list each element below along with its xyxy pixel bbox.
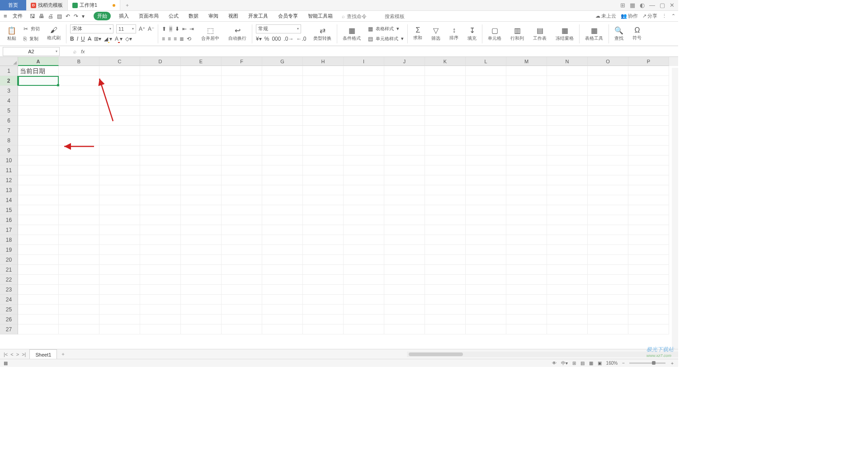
sheet-prev-icon[interactable]: < xyxy=(10,352,13,357)
row-header-14[interactable]: 14 xyxy=(0,195,18,205)
cell-K16[interactable] xyxy=(425,215,466,225)
cell-A17[interactable] xyxy=(18,225,59,235)
cell-F27[interactable] xyxy=(222,324,262,334)
search-template-input[interactable] xyxy=(385,14,421,19)
cell-H7[interactable] xyxy=(303,126,344,136)
cell-M2[interactable] xyxy=(506,76,547,86)
cell-J21[interactable] xyxy=(384,265,425,275)
column-header-A[interactable]: A xyxy=(18,57,59,66)
cell-F8[interactable] xyxy=(222,136,262,146)
view-normal-icon[interactable]: ⊞ xyxy=(572,361,576,366)
cell-C13[interactable] xyxy=(99,185,140,195)
cell-E21[interactable] xyxy=(181,265,222,275)
column-header-N[interactable]: N xyxy=(547,57,588,66)
currency-icon[interactable]: ¥▾ xyxy=(256,36,262,42)
cell-C21[interactable] xyxy=(99,265,140,275)
cell-I26[interactable] xyxy=(344,315,384,324)
cell-A7[interactable] xyxy=(18,126,59,136)
cell-A26[interactable] xyxy=(18,315,59,324)
bold-button[interactable]: B xyxy=(70,36,74,42)
cell-A13[interactable] xyxy=(18,185,59,195)
maximize-button[interactable]: ▢ xyxy=(660,2,665,9)
cell-D13[interactable] xyxy=(140,185,181,195)
cell-P3[interactable] xyxy=(628,86,669,96)
cell-style-button[interactable]: ▤ xyxy=(368,36,373,42)
cell-G5[interactable] xyxy=(262,106,303,116)
cell-J17[interactable] xyxy=(384,225,425,235)
cell-B15[interactable] xyxy=(59,205,99,215)
cell-L17[interactable] xyxy=(466,225,506,235)
cell-M20[interactable] xyxy=(506,255,547,265)
decrease-font-icon[interactable]: A⁻ xyxy=(148,26,154,32)
cell-C14[interactable] xyxy=(99,195,140,205)
collapse-ribbon-icon[interactable]: ⌃ xyxy=(671,13,675,19)
cell-G24[interactable] xyxy=(262,295,303,305)
cell-P7[interactable] xyxy=(628,126,669,136)
cell-D23[interactable] xyxy=(140,285,181,295)
row-header-3[interactable]: 3 xyxy=(0,86,18,96)
cell-K19[interactable] xyxy=(425,245,466,255)
row-header-21[interactable]: 21 xyxy=(0,265,18,275)
cell-A20[interactable] xyxy=(18,255,59,265)
tab-home[interactable]: 首页 xyxy=(0,0,26,10)
cell-B23[interactable] xyxy=(59,285,99,295)
tab-data[interactable]: 数据 xyxy=(187,12,200,20)
cell-F2[interactable] xyxy=(222,76,262,86)
cell-N20[interactable] xyxy=(547,255,588,265)
row-header-5[interactable]: 5 xyxy=(0,106,18,116)
cell-C15[interactable] xyxy=(99,205,140,215)
cell-I3[interactable] xyxy=(344,86,384,96)
cell-I25[interactable] xyxy=(344,305,384,315)
cell-J14[interactable] xyxy=(384,195,425,205)
cell-A8[interactable] xyxy=(18,136,59,146)
cell-L16[interactable] xyxy=(466,215,506,225)
cell-A14[interactable] xyxy=(18,195,59,205)
cell-O13[interactable] xyxy=(588,185,628,195)
cell-G1[interactable] xyxy=(262,66,303,76)
cell-K24[interactable] xyxy=(425,295,466,305)
tab-start[interactable]: 开始 xyxy=(94,12,111,20)
cell-K1[interactable] xyxy=(425,66,466,76)
print-preview-icon[interactable]: ▤ xyxy=(57,13,62,19)
cell-A23[interactable] xyxy=(18,285,59,295)
sort-button[interactable]: ↕排序 xyxy=(448,26,460,41)
conditional-format-button[interactable]: ▦条件格式 xyxy=(341,26,363,42)
cell-O22[interactable] xyxy=(588,275,628,285)
cell-D8[interactable] xyxy=(140,136,181,146)
user-avatar-icon[interactable]: ◐ xyxy=(640,2,645,9)
font-name-select[interactable]: 宋体▾ xyxy=(70,24,113,33)
cell-P2[interactable] xyxy=(628,76,669,86)
orientation-icon[interactable]: ⟲ xyxy=(187,36,191,42)
cell-H16[interactable] xyxy=(303,215,344,225)
cell-G6[interactable] xyxy=(262,116,303,126)
cell-O11[interactable] xyxy=(588,165,628,175)
column-header-O[interactable]: O xyxy=(588,57,628,66)
row-header-9[interactable]: 9 xyxy=(0,146,18,155)
cell-P8[interactable] xyxy=(628,136,669,146)
cell-K18[interactable] xyxy=(425,235,466,245)
undo-icon[interactable]: ↶ xyxy=(66,13,70,19)
cell-B20[interactable] xyxy=(59,255,99,265)
cell-I10[interactable] xyxy=(344,155,384,165)
cell-M5[interactable] xyxy=(506,106,547,116)
cell-D5[interactable] xyxy=(140,106,181,116)
tab-insert[interactable]: 插入 xyxy=(117,12,131,20)
cell-O25[interactable] xyxy=(588,305,628,315)
cell-O23[interactable] xyxy=(588,285,628,295)
table-style-button[interactable]: ▦ xyxy=(368,26,373,32)
cell-P15[interactable] xyxy=(628,205,669,215)
cell-N10[interactable] xyxy=(547,155,588,165)
row-header-17[interactable]: 17 xyxy=(0,225,18,235)
cell-L7[interactable] xyxy=(466,126,506,136)
cell-N21[interactable] xyxy=(547,265,588,275)
cell-K2[interactable] xyxy=(425,76,466,86)
column-header-I[interactable]: I xyxy=(344,57,384,66)
cell-J9[interactable] xyxy=(384,146,425,155)
zoom-level[interactable]: 160% xyxy=(606,361,618,366)
cell-H18[interactable] xyxy=(303,235,344,245)
cell-F11[interactable] xyxy=(222,165,262,175)
row-header-16[interactable]: 16 xyxy=(0,215,18,225)
cell-C26[interactable] xyxy=(99,315,140,324)
cell-E8[interactable] xyxy=(181,136,222,146)
cell-B13[interactable] xyxy=(59,185,99,195)
